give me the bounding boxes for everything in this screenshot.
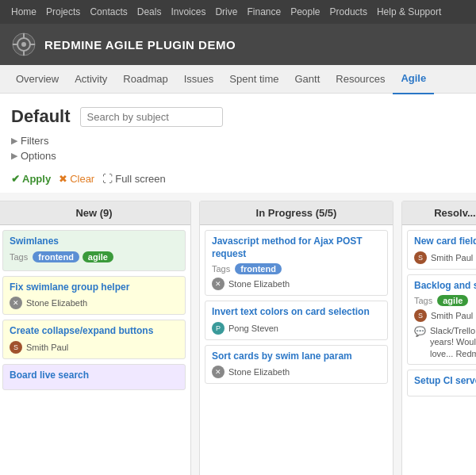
- tab-issues[interactable]: Issues: [176, 65, 222, 94]
- avatar-pong: P: [212, 322, 225, 335]
- nav-deals[interactable]: Deals: [132, 0, 167, 24]
- tab-activity[interactable]: Activity: [67, 65, 115, 94]
- card-backlog-comment: 💬 Slack/Trello ha... years! Would love..…: [414, 325, 476, 359]
- card-setup-ci-title[interactable]: Setup CI server...: [414, 375, 476, 388]
- nav-finance[interactable]: Finance: [242, 0, 286, 24]
- options-toggle[interactable]: ▶ Options: [11, 150, 465, 162]
- card-swimlanes-tags: Tags frontend agile: [10, 251, 178, 262]
- user-smith-2: Smith Paul: [431, 253, 473, 262]
- card-invert-colors-title[interactable]: Invert text colors on card selection: [212, 306, 381, 319]
- card-js-method-user: ✕ Stone Elizabeth: [212, 278, 381, 290]
- page-title: Default: [11, 106, 71, 127]
- card-sort-cards[interactable]: Sort cards by swim lane param ✕ Stone El…: [205, 345, 388, 385]
- clear-button[interactable]: ✖ Clear: [59, 173, 94, 185]
- tag-frontend[interactable]: frontend: [33, 251, 79, 262]
- card-backlog-tags: Tags agile: [414, 295, 476, 306]
- card-backlog-title[interactable]: Backlog and sp...: [414, 280, 476, 293]
- column-new: New (9) Swimlanes Tags frontend agile Fi…: [0, 201, 191, 475]
- apply-label: Apply: [22, 173, 51, 185]
- avatar-stone-1: ✕: [10, 297, 22, 309]
- options-arrow-icon: ▶: [11, 151, 17, 161]
- card-sort-cards-user: ✕ Stone Elizabeth: [212, 366, 381, 378]
- user-pong: Pong Steven: [228, 324, 278, 333]
- user-stone-3: Stone Elizabeth: [228, 367, 290, 377]
- project-navigation: Overview Activity Roadmap Issues Spent t…: [0, 65, 476, 94]
- apply-button[interactable]: ✔ Apply: [11, 173, 51, 185]
- user-smith-1: Smith Paul: [26, 343, 68, 352]
- user-stone-2: Stone Elizabeth: [228, 279, 290, 289]
- card-js-method-title[interactable]: Javascript method for Ajax POST request: [212, 236, 381, 260]
- avatar-smith-3: S: [414, 309, 427, 322]
- project-header: REDMINE AGILE PLUGIN DEMO: [0, 24, 476, 65]
- tab-overview[interactable]: Overview: [8, 65, 67, 94]
- page-content: Default ▶ Filters ▶ Options ✔ Apply ✖ Cl…: [0, 94, 476, 193]
- card-new-field[interactable]: New card field s... S Smith Paul: [407, 230, 476, 270]
- nav-invoices[interactable]: Invoices: [166, 0, 210, 24]
- filters-label: Filters: [21, 135, 48, 147]
- avatar-smith-2: S: [414, 251, 427, 264]
- clear-icon: ✖: [59, 173, 67, 185]
- tag-agile[interactable]: agile: [83, 251, 113, 262]
- tab-agile[interactable]: Agile: [393, 64, 434, 94]
- clear-label: Clear: [70, 173, 94, 185]
- tab-spent-time[interactable]: Spent time: [221, 65, 286, 94]
- card-new-field-user: S Smith Paul: [414, 251, 476, 264]
- card-fix-swimlane-title[interactable]: Fix swimlane group helper: [10, 282, 178, 294]
- tab-gantt[interactable]: Gantt: [286, 65, 328, 94]
- nav-home[interactable]: Home: [6, 0, 41, 24]
- card-swimlanes[interactable]: Swimlanes Tags frontend agile: [2, 230, 186, 271]
- svg-point-2: [21, 42, 26, 47]
- tab-roadmap[interactable]: Roadmap: [115, 65, 175, 94]
- card-swimlanes-title[interactable]: Swimlanes: [10, 236, 178, 248]
- card-backlog-user: S Smith Paul: [414, 309, 476, 322]
- column-inprogress: In Progress (5/5) Javascript method for …: [199, 201, 393, 475]
- card-board-live-search-title[interactable]: Board live search: [10, 370, 178, 382]
- page-title-row: Default: [11, 106, 465, 127]
- card-collapse-buttons-title[interactable]: Create collapse/expand buttons: [10, 325, 178, 338]
- card-fix-swimlane-user: ✕ Stone Elizabeth: [10, 297, 178, 309]
- column-resolved: Resolv... New card field s... S Smith Pa…: [401, 201, 476, 475]
- card-backlog[interactable]: Backlog and sp... Tags agile S Smith Pau…: [407, 274, 476, 365]
- avatar-stone-3: ✕: [212, 366, 225, 378]
- top-navigation: Home Projects Contacts Deals Invoices Dr…: [0, 0, 476, 24]
- nav-help[interactable]: Help & Support: [372, 0, 446, 24]
- card-invert-colors[interactable]: Invert text colors on card selection P P…: [205, 301, 388, 340]
- avatar-stone-2: ✕: [212, 278, 225, 290]
- nav-products[interactable]: Products: [325, 0, 372, 24]
- column-new-header: New (9): [0, 201, 190, 225]
- card-collapse-buttons[interactable]: Create collapse/expand buttons S Smith P…: [2, 320, 186, 359]
- fullscreen-label: Full screen: [115, 173, 166, 185]
- project-logo-icon: [11, 32, 36, 57]
- nav-drive[interactable]: Drive: [210, 0, 242, 24]
- toolbar: ✔ Apply ✖ Clear ⛶ Full screen: [11, 165, 465, 193]
- card-fix-swimlane[interactable]: Fix swimlane group helper ✕ Stone Elizab…: [2, 276, 186, 316]
- board-area: New (9) Swimlanes Tags frontend agile Fi…: [0, 193, 476, 475]
- tags-label: Tags: [10, 252, 28, 262]
- comment-icon: 💬: [414, 326, 426, 337]
- card-board-live-search[interactable]: Board live search: [2, 364, 186, 391]
- tags-label-2: Tags: [212, 264, 230, 274]
- fullscreen-button[interactable]: ⛶ Full screen: [102, 173, 166, 185]
- user-stone-1: Stone Elizabeth: [26, 298, 87, 308]
- nav-contacts[interactable]: Contacts: [85, 0, 132, 24]
- avatar-smith-1: S: [10, 341, 22, 354]
- nav-projects[interactable]: Projects: [41, 0, 85, 24]
- card-sort-cards-title[interactable]: Sort cards by swim lane param: [212, 351, 381, 363]
- filters-toggle[interactable]: ▶ Filters: [11, 135, 465, 147]
- card-collapse-buttons-user: S Smith Paul: [10, 341, 178, 354]
- tab-resources[interactable]: Resources: [328, 65, 393, 94]
- card-new-field-title[interactable]: New card field s...: [414, 236, 476, 248]
- nav-people[interactable]: People: [286, 0, 324, 24]
- comment-text: Slack/Trello ha... years! Would love... …: [430, 325, 476, 359]
- user-smith-3: Smith Paul: [431, 311, 473, 320]
- column-inprogress-header: In Progress (5/5): [200, 201, 393, 225]
- search-input[interactable]: [80, 107, 223, 127]
- tag-frontend-2[interactable]: frontend: [235, 263, 282, 274]
- card-setup-ci[interactable]: Setup CI server...: [407, 370, 476, 396]
- filters-arrow-icon: ▶: [11, 136, 17, 146]
- fullscreen-icon: ⛶: [102, 173, 113, 185]
- tag-agile-2[interactable]: agile: [437, 295, 468, 306]
- column-resolved-header: Resolv...: [402, 201, 476, 225]
- tags-label-3: Tags: [414, 296, 432, 305]
- card-js-method[interactable]: Javascript method for Ajax POST request …: [205, 230, 388, 296]
